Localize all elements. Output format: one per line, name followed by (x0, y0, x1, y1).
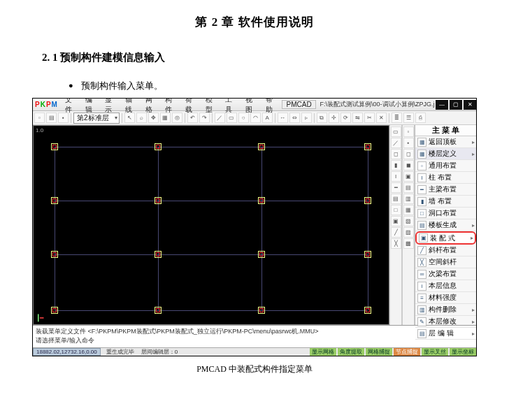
rpanel-item-icon: ╳ (417, 258, 426, 267)
erase-icon[interactable]: ✕ (376, 113, 387, 123)
zoom-icon[interactable]: ⌕ (136, 113, 147, 123)
pmcad-pill[interactable]: PMCAD (282, 100, 315, 109)
prop-icon[interactable]: ☰ (403, 113, 414, 123)
tag-icon[interactable]: ▹ (301, 113, 312, 123)
rpanel-item-12[interactable]: i本层信息 (415, 280, 476, 292)
rpanel-item-3[interactable]: I柱 布置 (415, 172, 476, 184)
rpanel-item-13[interactable]: ≡材料强度 (415, 292, 476, 304)
layer-icon[interactable]: ≣ (392, 113, 402, 123)
rpanel-item-11[interactable]: ═次梁布置 (415, 268, 476, 280)
rpanel-item-icon: i (417, 282, 426, 291)
text-icon[interactable]: A (262, 113, 273, 123)
tool-new-icon[interactable]: ▫ (34, 113, 45, 123)
strip2-g-icon[interactable]: ▥ (403, 194, 414, 204)
strip-brace-icon[interactable]: ╱ (391, 227, 401, 238)
strip2-b-icon[interactable]: ▪ (403, 138, 414, 148)
rpanel-item-16[interactable]: ▤层 编 辑▸ (415, 328, 476, 340)
measure-icon[interactable]: ↔ (278, 113, 288, 123)
strip-hole-icon[interactable]: □ (391, 205, 401, 215)
strip2-k-icon[interactable]: ▩ (403, 238, 414, 249)
snap-icon[interactable]: ◎ (172, 113, 182, 123)
trim-icon[interactable]: ✂ (364, 113, 375, 123)
strip2-c-icon[interactable]: ◻ (403, 149, 414, 159)
print-icon[interactable]: ⎙ (415, 113, 426, 123)
cad-viewport[interactable]: 1.0 ┃━ (33, 125, 389, 325)
strip-wall-icon[interactable]: ▮ (391, 160, 401, 171)
strip-poly-icon[interactable]: ◻ (391, 149, 401, 159)
strip2-i-icon[interactable]: ▧ (403, 216, 414, 226)
line-icon[interactable]: ／ (215, 113, 225, 123)
menu-member[interactable]: 构件 (162, 98, 182, 115)
toggle-show-grid[interactable]: 显示网格 (310, 348, 336, 356)
menu-grid[interactable]: 网格 (142, 98, 162, 115)
pan-icon[interactable]: ✥ (148, 113, 159, 123)
strip2-h-icon[interactable]: ▦ (403, 205, 414, 215)
redo-icon[interactable]: ↷ (199, 113, 210, 123)
rpanel-item-label: 次梁布置 (429, 269, 457, 279)
rect-icon[interactable]: ▭ (227, 113, 237, 123)
strip2-a-icon[interactable]: ▫ (403, 126, 414, 137)
toggle-angle-pick[interactable]: 角度提取 (338, 348, 364, 356)
strip-line-icon[interactable]: ／ (391, 138, 401, 148)
strip2-f-icon[interactable]: ▤ (403, 182, 414, 193)
toggle-grid-snap[interactable]: 网格捕捉 (366, 348, 392, 356)
rpanel-item-0[interactable]: ▦返回顶板▸ (415, 136, 476, 148)
menu-tools[interactable]: 工具 (222, 98, 242, 115)
dim-icon[interactable]: ⇔ (289, 113, 300, 123)
grid-icon[interactable]: ▦ (160, 113, 171, 123)
rpanel-item-4[interactable]: ━主梁布置 (415, 184, 476, 196)
rotate-icon[interactable]: ⟳ (340, 113, 351, 123)
right-icon-strip-2: ▫ ▪ ◻ ◼ ▣ ▤ ▥ ▦ ▧ ▨ ▩ (402, 125, 415, 325)
rpanel-item-7[interactable]: ▤楼板生成▸ (415, 219, 476, 231)
rpanel-item-1[interactable]: ▦楼层定义▸ (415, 148, 476, 160)
toggle-show-cross[interactable]: 显示叉丝 (422, 348, 448, 356)
rpanel-item-2[interactable]: ▫通用布置 (415, 160, 476, 172)
menu-model[interactable]: 模型 (202, 98, 222, 115)
strip2-j-icon[interactable]: ▨ (403, 227, 414, 238)
rpanel-item-icon: ▦ (417, 138, 426, 147)
rpanel-item-icon: ▥ (417, 305, 426, 314)
mirror-icon[interactable]: ⇋ (352, 113, 363, 123)
arrow-icon[interactable]: ↖ (124, 113, 135, 123)
menu-help[interactable]: 帮助 (262, 98, 282, 115)
rpanel-item-8[interactable]: ▣装 配 式▸ (415, 231, 476, 245)
close-button[interactable]: ✕ (464, 100, 476, 110)
section-title: 2. 1 预制构件建模信息输入 (42, 51, 467, 64)
menu-view[interactable]: 视图 (242, 98, 262, 115)
strip2-d-icon[interactable]: ◼ (403, 160, 414, 171)
strip-slab-icon[interactable]: ▤ (391, 194, 401, 204)
undo-icon[interactable]: ↶ (187, 113, 198, 123)
tool-save-icon[interactable]: ▪ (58, 113, 69, 123)
strip-xbr-icon[interactable]: ╳ (391, 238, 401, 249)
rpanel-item-15[interactable]: ✎本层修改▸ (415, 316, 476, 328)
bullet-text: 预制构件输入菜单。 (81, 80, 163, 91)
rpanel-item-9[interactable]: ╱斜杆布置 (415, 245, 476, 256)
menu-axis[interactable]: 轴线 (122, 98, 142, 115)
rpanel-item-label: 本层修改 (429, 317, 457, 326)
status-regen: 重生成完毕 (106, 348, 134, 356)
toggle-show-coord[interactable]: 显示坐标 (450, 348, 476, 356)
maximize-button[interactable]: ▢ (450, 100, 462, 110)
toggle-node-snap[interactable]: 节点捕捉 (394, 348, 420, 356)
strip-col-icon[interactable]: I (391, 171, 401, 182)
strip-asm-icon[interactable]: ▣ (391, 216, 401, 226)
strip2-e-icon[interactable]: ▣ (403, 171, 414, 182)
menu-load[interactable]: 荷载 (182, 98, 202, 115)
rpanel-item-label: 材料强度 (429, 293, 457, 303)
copy-icon[interactable]: ⧉ (317, 113, 327, 123)
rpanel-item-5[interactable]: ▮墙 布置 (415, 196, 476, 208)
circle-icon[interactable]: ○ (238, 113, 249, 123)
layer-dropdown[interactable]: 第2标准层 (73, 113, 120, 124)
rpanel-item-6[interactable]: □洞口布置 (415, 208, 476, 219)
right-icon-strip-1: ▭ ／ ◻ ▮ I ━ ▤ □ ▣ ╱ ╳ (389, 125, 402, 325)
arc-icon[interactable]: ◠ (250, 113, 261, 123)
strip-beam-icon[interactable]: ━ (391, 182, 401, 193)
rpanel-item-14[interactable]: ▥构件删除▸ (415, 304, 476, 316)
rpanel-item-label: 通用布置 (429, 161, 457, 171)
rpanel-item-10[interactable]: ╳空间斜杆 (415, 256, 476, 268)
strip-select-icon[interactable]: ▭ (391, 126, 401, 137)
tool-open-icon[interactable]: ▤ (46, 113, 57, 123)
rpanel-item-icon: ▤ (417, 221, 426, 230)
move-icon[interactable]: ✢ (329, 113, 339, 123)
minimize-button[interactable]: — (436, 100, 448, 110)
